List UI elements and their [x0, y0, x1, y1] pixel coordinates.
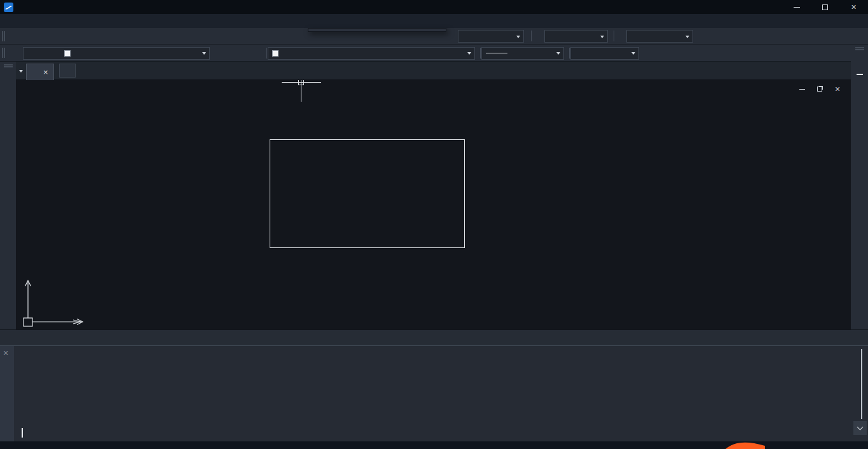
plotstyle-combo-caret-icon[interactable]: [628, 50, 638, 57]
close-button[interactable]: ×: [839, 0, 868, 14]
maximize-icon: [822, 4, 828, 10]
pickbox-cursor: [298, 80, 304, 85]
drawing-tab-close-icon[interactable]: ×: [43, 67, 48, 77]
ucs-icon: [22, 270, 105, 328]
modify-toolbar: [851, 45, 868, 345]
table-style-icon: [532, 31, 543, 42]
toolbar-grip[interactable]: [2, 31, 5, 41]
toolbar-grip[interactable]: [855, 47, 864, 50]
linetype-sample: [486, 53, 507, 53]
linetype-combo[interactable]: [481, 47, 564, 60]
layer-toolbar: [0, 45, 868, 62]
dim-style-icon: [445, 31, 457, 42]
toolbar-separator: [569, 48, 570, 59]
toolbar-grip[interactable]: [4, 64, 13, 67]
draw-toolbar: [0, 62, 16, 345]
zwcad-logo-icon: [4, 3, 13, 12]
command-scrollbar[interactable]: [861, 349, 862, 419]
mleader-style-icon: [614, 31, 625, 42]
layer-properties-button[interactable]: [8, 46, 24, 60]
table-style-combo[interactable]: [544, 30, 608, 43]
zwcad-swoosh-logo: [724, 441, 766, 449]
color-combo-caret-icon[interactable]: [464, 50, 474, 57]
title-bar: ×: [0, 0, 868, 14]
mleader-style-combo[interactable]: [626, 30, 693, 43]
mdi-minimize-button[interactable]: [796, 85, 808, 93]
menubar: [0, 14, 868, 28]
mdi-minimize-icon: [799, 89, 805, 90]
drawing-tab[interactable]: ×: [26, 64, 54, 80]
command-panel-gutter: ×: [0, 346, 14, 441]
status-bar: [0, 441, 868, 449]
toolbar-grip[interactable]: [2, 48, 5, 58]
dim-style-combo[interactable]: [458, 30, 524, 43]
new-tab-button[interactable]: [59, 64, 76, 78]
command-panel-close-icon[interactable]: ×: [3, 348, 8, 358]
layout-tab-row: [0, 329, 868, 345]
tab-list-dropdown-icon[interactable]: [16, 62, 26, 79]
drawing-canvas[interactable]: ×: [16, 80, 851, 329]
mdi-restore-icon: [817, 86, 822, 92]
toolbar-separator: [266, 48, 267, 59]
layer-combo-caret-icon[interactable]: [199, 50, 209, 57]
text-caret: [22, 428, 23, 438]
match-properties-button[interactable]: [852, 53, 867, 67]
minimize-button[interactable]: [782, 0, 811, 14]
command-panel: ×: [0, 345, 868, 441]
color-combo[interactable]: [268, 47, 475, 60]
toolbar-overflow-dash: [857, 74, 863, 75]
minimize-icon: [794, 7, 800, 8]
maximize-button[interactable]: [811, 0, 839, 14]
dim-style-caret-icon[interactable]: [513, 33, 523, 40]
drawn-rectangle[interactable]: [270, 139, 465, 248]
mdi-close-button[interactable]: ×: [832, 85, 843, 93]
drawing-tabbar: ×: [16, 62, 851, 80]
layer-combo[interactable]: [23, 47, 210, 60]
mdi-restore-button[interactable]: [814, 85, 825, 93]
modify-menu: [308, 28, 446, 32]
toolbar-separator: [480, 48, 481, 59]
close-icon: ×: [851, 2, 856, 12]
mdi-window-controls: ×: [796, 85, 843, 93]
command-input-line[interactable]: [18, 428, 23, 438]
zwcad-window: { "window": { "title": "ZWCAD 2020 专业版 -…: [0, 0, 868, 449]
plotstyle-combo[interactable]: [570, 47, 639, 60]
mleader-style-caret-icon[interactable]: [682, 33, 692, 40]
color-swatch: [272, 50, 279, 57]
layer-color-swatch[interactable]: [64, 50, 71, 57]
linetype-combo-caret-icon[interactable]: [553, 50, 563, 57]
table-style-caret-icon[interactable]: [597, 33, 607, 40]
command-expand-button[interactable]: [853, 421, 867, 435]
window-controls: ×: [782, 0, 868, 14]
chevron-down-icon: [857, 424, 864, 431]
